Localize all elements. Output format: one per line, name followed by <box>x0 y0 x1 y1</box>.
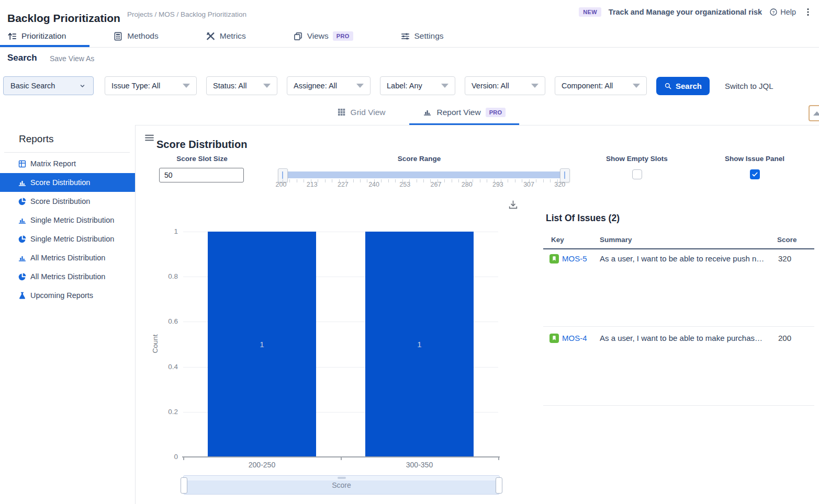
y-tick-label: 0.4 <box>160 363 178 371</box>
issue-key-link[interactable]: MOS-4 <box>562 334 587 342</box>
sidebar-item-single-metric-distribution-3[interactable]: Single Metric Distribution <box>0 211 135 230</box>
filter-label[interactable]: Label: Any <box>380 76 455 95</box>
sidebar-item-label: All Metrics Distribution <box>30 254 105 262</box>
scrollbar-handle-right[interactable] <box>496 477 502 494</box>
issues-panel-title: List Of Issues (2) <box>546 213 620 224</box>
y-tick-label: 0 <box>160 453 178 461</box>
kebab-menu-icon[interactable] <box>803 7 813 17</box>
filter-issue-type[interactable]: Issue Type: All <box>105 76 197 95</box>
page-title: Backlog Prioritization <box>7 12 120 25</box>
view-tab-label: Grid View <box>351 108 386 117</box>
promo-text: Track and Manage your organizational ris… <box>609 8 762 16</box>
tab-settings[interactable]: Settings <box>377 25 467 47</box>
tab-label: Methods <box>127 31 158 41</box>
scrollbar-handle-left[interactable] <box>181 477 187 494</box>
x-tick-label: 200-250 <box>226 461 299 469</box>
view-tab-grid-view[interactable]: Grid View <box>323 99 399 125</box>
pie-chart-icon <box>18 272 27 281</box>
sidebar-item-score-distribution-2[interactable]: Score Distribution <box>0 192 135 211</box>
table-icon <box>18 159 27 168</box>
download-icon[interactable] <box>508 199 519 210</box>
view-tab-label: Report View <box>436 108 480 117</box>
view-tab-report-view[interactable]: Report ViewPRO <box>409 99 519 125</box>
search-icon <box>664 82 672 90</box>
sidebar-title: Reports <box>19 133 54 145</box>
range-tick-label: 240 <box>363 181 386 188</box>
bar-chart-icon <box>18 178 27 187</box>
header-right: NEW Track and Manage your organizational… <box>579 7 813 17</box>
sidebar-item-label: Single Metric Distribution <box>30 216 114 224</box>
score-slot-size-input[interactable] <box>159 168 244 182</box>
report-title: Score Distribution <box>156 139 247 151</box>
question-circle-icon: ? <box>769 8 778 16</box>
bar-value-label: 1 <box>246 340 278 349</box>
search-button[interactable]: Search <box>656 77 710 95</box>
tab-metrics[interactable]: Metrics <box>182 25 270 47</box>
dropdown-arrow-icon <box>633 84 640 88</box>
view-tabs: Grid ViewReport ViewPRO <box>323 99 520 125</box>
column-header-score: Score <box>777 236 797 244</box>
filter-label: Label: Any <box>387 82 422 90</box>
sidebar-item-upcoming-reports-7[interactable]: Upcoming Reports <box>0 286 135 305</box>
y-tick-label: 0.8 <box>160 272 178 280</box>
search-mode-selector[interactable]: Basic Search <box>3 76 94 95</box>
sidebar-item-single-metric-distribution-4[interactable]: Single Metric Distribution <box>0 230 135 248</box>
tab-methods[interactable]: Methods <box>89 25 182 47</box>
filter-row: Basic Search Issue Type: AllStatus: AllA… <box>3 76 773 95</box>
issue-row-divider <box>543 326 814 327</box>
bar-chart-icon <box>18 254 27 262</box>
search-section-title: Search <box>7 53 37 63</box>
breadcrumb[interactable]: Projects / MOS / Backlog Prioritization <box>127 10 246 18</box>
tab-views[interactable]: ViewsPRO <box>270 25 377 47</box>
filter-version[interactable]: Version: All <box>465 76 545 95</box>
issue-key-link[interactable]: MOS-5 <box>562 254 587 263</box>
range-tick-label: 280 <box>455 181 478 188</box>
bar-value-label: 1 <box>404 340 435 349</box>
switch-to-jql-link[interactable]: Switch to JQL <box>725 82 773 90</box>
collapse-panel-icon <box>813 111 819 116</box>
tab-prioritization[interactable]: Prioritization <box>0 25 89 47</box>
range-tick-label: 267 <box>424 181 447 188</box>
drag-handle-menu-icon[interactable] <box>144 132 155 143</box>
dropdown-arrow-icon <box>356 84 364 88</box>
show-empty-slots-checkbox[interactable] <box>632 169 642 179</box>
filter-status[interactable]: Status: All <box>206 76 277 95</box>
score-range-slider[interactable] <box>283 171 564 178</box>
save-view-as-link[interactable]: Save View As <box>50 54 94 63</box>
grid-icon <box>337 108 346 117</box>
sidebar-item-all-metrics-distribution-5[interactable]: All Metrics Distribution <box>0 248 135 267</box>
x-tick-label: 300-350 <box>383 461 456 469</box>
issues-header-divider <box>543 248 814 249</box>
y-tick-label: 0.2 <box>160 408 178 416</box>
filter-assignee[interactable]: Assignee: All <box>287 76 371 95</box>
windows-icon <box>293 31 303 41</box>
tab-label: Views <box>307 31 329 41</box>
collapse-panel-button[interactable] <box>809 105 819 121</box>
scrollbar-grip[interactable] <box>338 477 346 479</box>
range-tick-label: 320 <box>548 181 571 188</box>
sidebar-item-all-metrics-distribution-6[interactable]: All Metrics Distribution <box>0 267 135 286</box>
filter-component[interactable]: Component: All <box>555 76 647 95</box>
filter-dropdowns: Issue Type: AllStatus: AllAssignee: AllL… <box>105 76 647 95</box>
tab-label: Settings <box>414 31 444 41</box>
help-button[interactable]: ? Help <box>769 8 796 16</box>
column-header-summary: Summary <box>600 236 632 244</box>
x-axis-tick <box>341 457 342 460</box>
chart-scrollbar[interactable]: Score <box>183 475 500 495</box>
dropdown-arrow-icon <box>263 84 271 88</box>
sidebar-item-score-distribution-1[interactable]: Score Distribution <box>0 173 135 192</box>
tab-label: Metrics <box>220 31 246 41</box>
pro-badge: PRO <box>486 108 506 117</box>
show-issue-panel-checkbox[interactable] <box>750 169 760 179</box>
issue-score: 200 <box>778 334 791 342</box>
y-tick-label: 0.6 <box>160 317 178 325</box>
story-icon <box>549 334 559 343</box>
score-range-label: Score Range <box>367 155 472 163</box>
sidebar-item-label: All Metrics Distribution <box>30 272 105 281</box>
sidebar-item-matrix-report-0[interactable]: Matrix Report <box>0 154 135 173</box>
help-label: Help <box>780 8 796 16</box>
score-slot-size-label: Score Slot Size <box>150 155 254 163</box>
pie-chart-icon <box>18 235 27 244</box>
tab-label: Prioritization <box>21 31 66 41</box>
x-axis-tick <box>183 457 184 460</box>
